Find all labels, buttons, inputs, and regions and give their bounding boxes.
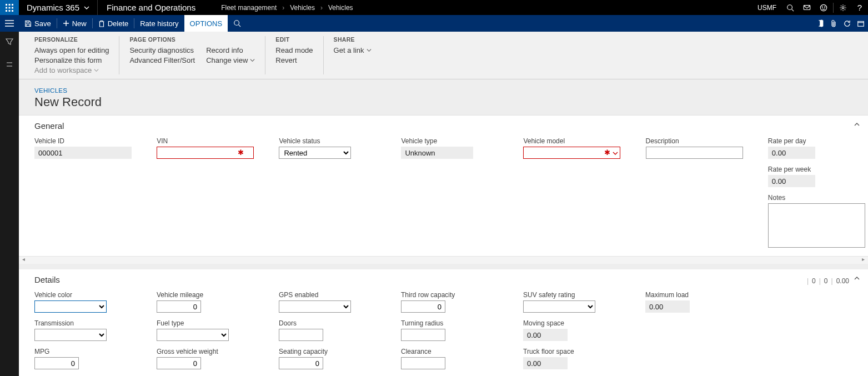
fuel-type-select[interactable] xyxy=(157,329,229,341)
personalize-form-link[interactable]: Personalize this form xyxy=(34,56,109,64)
svg-rect-5 xyxy=(12,7,13,8)
truck-floor-value: 0.00 xyxy=(523,357,568,369)
breadcrumb-item[interactable]: Vehicles xyxy=(290,4,315,12)
field-gvw: Gross vehicle weight xyxy=(157,348,245,369)
turning-input[interactable] xyxy=(401,329,445,341)
related-icon[interactable] xyxy=(5,60,14,71)
vin-input[interactable] xyxy=(157,147,254,159)
search-icon[interactable] xyxy=(782,0,799,15)
vehicle-status-select[interactable]: Rented xyxy=(279,147,351,159)
left-rail xyxy=(0,15,19,376)
module-name: Finance and Operations xyxy=(98,0,204,15)
svg-line-10 xyxy=(792,9,794,11)
seating-input[interactable] xyxy=(279,357,323,369)
field-vehicle-id: Vehicle ID 000001 xyxy=(34,137,123,159)
chevron-right-icon: › xyxy=(282,4,284,12)
ribbon-group-personalize: PERSONALIZE Always open for editing Pers… xyxy=(24,36,119,74)
mileage-input[interactable] xyxy=(157,300,201,313)
app-launcher-icon[interactable] xyxy=(0,0,19,15)
svg-rect-8 xyxy=(12,10,13,12)
field-max-load: Maximum load 0.00 xyxy=(645,291,734,313)
transmission-select[interactable] xyxy=(34,329,107,341)
gear-icon[interactable] xyxy=(835,0,851,15)
add-to-workspace-link[interactable]: Add to workspace xyxy=(34,66,109,74)
advanced-filter-link[interactable]: Advanced Filter/Sort xyxy=(129,56,195,64)
breadcrumb: Fleet management › Vehicles › Vehicles xyxy=(204,4,353,12)
ribbon-group-edit: EDIT Read mode Revert xyxy=(265,36,323,74)
attachment-icon[interactable] xyxy=(830,19,837,28)
vehicle-color-select[interactable] xyxy=(34,300,107,313)
field-mpg: MPG xyxy=(34,348,123,369)
svg-rect-0 xyxy=(6,4,7,6)
field-turning: Turning radius xyxy=(401,319,490,341)
read-mode-link[interactable]: Read mode xyxy=(275,46,313,54)
help-icon[interactable]: ? xyxy=(851,0,868,15)
company-code[interactable]: USMF xyxy=(752,4,782,12)
messages-icon[interactable] xyxy=(799,0,815,15)
mpg-input[interactable] xyxy=(34,357,79,369)
actionbar-search-button[interactable] xyxy=(228,15,247,32)
third-row-input[interactable] xyxy=(401,300,445,313)
svg-rect-3 xyxy=(6,7,7,8)
new-button[interactable]: New xyxy=(57,15,92,32)
new-label: New xyxy=(72,19,87,28)
field-label: Turning radius xyxy=(401,319,490,327)
get-link-link[interactable]: Get a link xyxy=(334,46,372,54)
filter-icon[interactable] xyxy=(5,37,14,48)
svg-point-13 xyxy=(822,7,822,7)
security-diagnostics-link[interactable]: Security diagnostics xyxy=(129,46,195,54)
delete-button[interactable]: Delete xyxy=(93,15,134,32)
chevron-down-icon xyxy=(250,56,255,64)
brand-dropdown[interactable]: Dynamics 365 xyxy=(19,0,98,15)
field-clearance: Clearance xyxy=(401,348,490,369)
field-label: Gross vehicle weight xyxy=(157,348,245,355)
page-crumb[interactable]: VEHICLES xyxy=(34,87,868,94)
svg-point-14 xyxy=(825,7,825,7)
doors-input[interactable] xyxy=(279,329,323,341)
notes-textarea[interactable] xyxy=(768,203,865,248)
ribbon-group-title: PERSONALIZE xyxy=(34,36,109,43)
options-tab[interactable]: OPTIONS xyxy=(184,15,228,32)
popout-icon[interactable] xyxy=(857,19,865,27)
divider xyxy=(833,3,834,13)
smiley-icon[interactable] xyxy=(815,0,832,15)
gps-select[interactable] xyxy=(279,300,351,313)
revert-link[interactable]: Revert xyxy=(275,56,313,64)
clearance-input[interactable] xyxy=(401,357,445,369)
save-button[interactable]: Save xyxy=(19,15,57,32)
gvw-input[interactable] xyxy=(157,357,201,369)
field-label: VIN xyxy=(157,137,245,145)
breadcrumb-item[interactable]: Vehicles xyxy=(328,4,353,12)
record-info-link[interactable]: Record info xyxy=(206,46,255,54)
svg-point-25 xyxy=(234,21,239,26)
svg-point-9 xyxy=(787,4,792,9)
section-title[interactable]: General xyxy=(34,121,857,131)
office-icon[interactable] xyxy=(817,19,825,27)
svg-rect-27 xyxy=(858,22,864,27)
rate-history-button[interactable]: Rate history xyxy=(134,15,184,32)
section-title[interactable]: Details xyxy=(34,275,857,284)
max-load-value: 0.00 xyxy=(645,300,690,313)
field-third-row: Third row capacity xyxy=(401,291,490,313)
field-label: Transmission xyxy=(34,319,123,327)
suv-rating-select[interactable] xyxy=(523,300,595,313)
page-body: VEHICLES New Record General Vehicle ID 0… xyxy=(19,79,868,376)
field-label: Vehicle mileage xyxy=(157,291,245,299)
description-input[interactable] xyxy=(646,147,743,159)
always-open-editing-link[interactable]: Always open for editing xyxy=(34,46,109,54)
collapse-icon[interactable] xyxy=(854,121,860,129)
collapse-icon[interactable] xyxy=(854,275,860,283)
field-label: MPG xyxy=(34,348,123,355)
options-label: OPTIONS xyxy=(190,19,223,28)
svg-rect-1 xyxy=(9,4,11,6)
vehicle-model-input[interactable] xyxy=(523,147,620,159)
section-details: Details |0 |0 |0.00 Vehicle color Transm… xyxy=(19,264,868,376)
ribbon-group-page-options: PAGE OPTIONS Security diagnostics Advanc… xyxy=(119,36,265,74)
refresh-icon[interactable] xyxy=(843,19,851,28)
brand-name: Dynamics 365 xyxy=(27,3,79,12)
change-view-link[interactable]: Change view xyxy=(206,56,255,64)
hamburger-icon[interactable] xyxy=(0,15,19,32)
breadcrumb-item[interactable]: Fleet management xyxy=(221,4,277,12)
rate-week-value: 0.00 xyxy=(768,175,815,187)
horizontal-scrollbar[interactable] xyxy=(19,256,868,264)
